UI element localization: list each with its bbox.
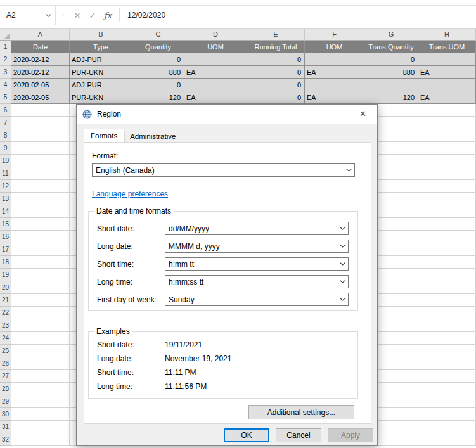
column-header-A[interactable]: A [11, 29, 70, 41]
cell-H8[interactable] [418, 129, 476, 142]
enter-icon[interactable]: ✓ [85, 11, 100, 20]
cell-D5[interactable]: EA [184, 91, 247, 104]
cell-C5[interactable]: 120 [132, 91, 184, 104]
cell-C1[interactable]: Quantity [132, 41, 184, 53]
cell-A6[interactable] [11, 104, 70, 117]
cell-A12[interactable] [11, 180, 70, 193]
row-header-4[interactable]: 4 [0, 79, 11, 91]
cell-A1[interactable]: Date [11, 41, 70, 53]
cell-E4[interactable]: 0 [247, 79, 305, 91]
cell-A26[interactable] [11, 357, 70, 370]
cell-H27[interactable] [418, 370, 476, 383]
cell-H26[interactable] [418, 357, 476, 370]
cell-H20[interactable] [418, 281, 476, 294]
cell-A11[interactable] [11, 167, 70, 180]
formula-input[interactable]: 12/02/2020 [124, 6, 476, 25]
cell-B4[interactable]: ADJ-PUR [70, 79, 132, 91]
cell-A16[interactable] [11, 231, 70, 243]
cell-G4[interactable] [364, 79, 418, 91]
cell-A18[interactable] [11, 256, 70, 269]
row-header-12[interactable]: 12 [0, 180, 11, 193]
cell-H28[interactable] [418, 383, 476, 395]
cell-C3[interactable]: 880 [132, 66, 184, 79]
long-date-combo[interactable]: MMMM d, yyyy [165, 240, 349, 253]
column-header-E[interactable]: E [247, 29, 305, 41]
cell-H10[interactable] [418, 155, 476, 167]
cell-D2[interactable] [184, 53, 247, 66]
cell-F1[interactable]: UOM [305, 41, 364, 53]
cell-H14[interactable] [418, 205, 476, 218]
row-header-27[interactable]: 27 [0, 370, 11, 383]
cell-A29[interactable] [11, 395, 70, 408]
cell-A19[interactable] [11, 269, 70, 281]
row-header-30[interactable]: 30 [0, 408, 11, 421]
cell-F2[interactable] [305, 53, 364, 66]
column-header-F[interactable]: F [305, 29, 364, 41]
cell-H7[interactable] [418, 117, 476, 129]
row-header-3[interactable]: 3 [0, 66, 11, 79]
cell-H11[interactable] [418, 167, 476, 180]
cell-A8[interactable] [11, 129, 70, 142]
row-header-15[interactable]: 15 [0, 218, 11, 231]
cell-F3[interactable]: EA [305, 66, 364, 79]
cell-H22[interactable] [418, 307, 476, 319]
language-preferences-link[interactable]: Language preferences [92, 189, 168, 198]
cell-H9[interactable] [418, 142, 476, 155]
cell-A9[interactable] [11, 142, 70, 155]
row-header-31[interactable]: 31 [0, 421, 11, 433]
cell-A23[interactable] [11, 319, 70, 332]
cell-H3[interactable]: EA [418, 66, 476, 79]
cell-H30[interactable] [418, 408, 476, 421]
tab-administrative[interactable]: Administrative [124, 131, 181, 142]
row-header-11[interactable]: 11 [0, 167, 11, 180]
column-header-G[interactable]: G [364, 29, 418, 41]
cell-A25[interactable] [11, 345, 70, 357]
cell-A5[interactable]: 2020-02-05 [11, 91, 70, 104]
cell-B5[interactable]: PUR-UKN [70, 91, 132, 104]
long-time-combo[interactable]: h:mm:ss tt [165, 275, 349, 288]
row-header-26[interactable]: 26 [0, 357, 11, 370]
cell-D1[interactable]: UOM [184, 41, 247, 53]
cell-F5[interactable]: EA [305, 91, 364, 104]
cell-H16[interactable] [418, 231, 476, 243]
cell-E5[interactable]: 0 [247, 91, 305, 104]
row-header-16[interactable]: 16 [0, 231, 11, 243]
cell-E3[interactable]: 0 [247, 66, 305, 79]
cancel-button[interactable]: Cancel [276, 428, 321, 442]
cell-E2[interactable]: 0 [247, 53, 305, 66]
cell-H2[interactable] [418, 53, 476, 66]
cell-C4[interactable]: 0 [132, 79, 184, 91]
column-header-B[interactable]: B [70, 29, 132, 41]
cell-H31[interactable] [418, 421, 476, 433]
column-header-H[interactable]: H [418, 29, 476, 41]
cell-D4[interactable] [184, 79, 247, 91]
cell-A17[interactable] [11, 243, 70, 256]
row-header-28[interactable]: 28 [0, 383, 11, 395]
cell-G5[interactable]: 120 [364, 91, 418, 104]
cell-A13[interactable] [11, 193, 70, 205]
cell-A2[interactable]: 2020-02-12 [11, 53, 70, 66]
cell-G2[interactable]: 0 [364, 53, 418, 66]
cell-H23[interactable] [418, 319, 476, 332]
insert-function-icon[interactable]: ƒx [100, 11, 115, 20]
tab-formats[interactable]: Formats [84, 129, 124, 142]
cell-H29[interactable] [418, 395, 476, 408]
short-date-combo[interactable]: dd/MM/yyyy [165, 222, 349, 235]
row-header-20[interactable]: 20 [0, 281, 11, 294]
cell-B2[interactable]: ADJ-PUR [70, 53, 132, 66]
cell-B3[interactable]: PUR-UKN [70, 66, 132, 79]
select-all-corner[interactable] [0, 29, 11, 41]
cell-H19[interactable] [418, 269, 476, 281]
row-header-6[interactable]: 6 [0, 104, 11, 117]
row-header-8[interactable]: 8 [0, 129, 11, 142]
cell-H12[interactable] [418, 180, 476, 193]
chevron-down-icon[interactable] [41, 14, 55, 17]
cell-A7[interactable] [11, 117, 70, 129]
row-header-1[interactable]: 1 [0, 41, 11, 53]
row-header-13[interactable]: 13 [0, 193, 11, 205]
column-header-D[interactable]: D [184, 29, 247, 41]
cell-H17[interactable] [418, 243, 476, 256]
row-header-21[interactable]: 21 [0, 294, 11, 307]
additional-settings-button[interactable]: Additional settings... [248, 405, 354, 419]
row-header-19[interactable]: 19 [0, 269, 11, 281]
